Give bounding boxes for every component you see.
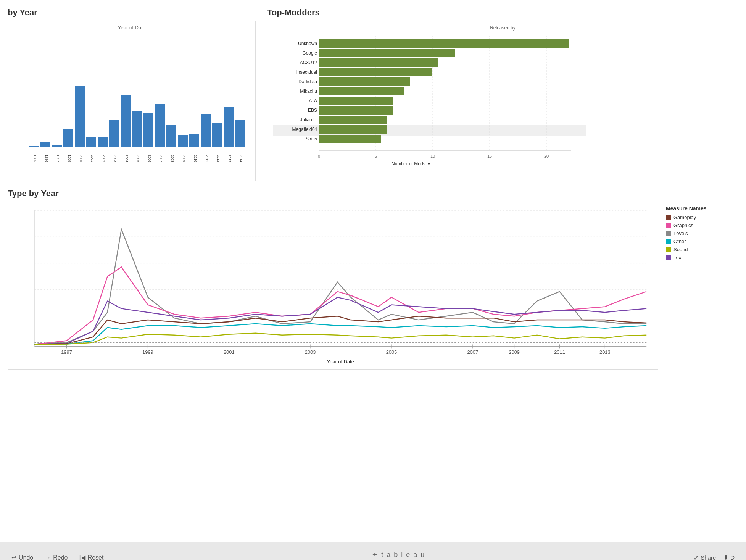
bar-1985: [29, 146, 39, 147]
bar-sirius: [319, 135, 381, 143]
download-icon: ⬇: [723, 554, 728, 560]
redo-arrow-icon: →: [45, 554, 51, 560]
bar-ac3u1: [319, 58, 438, 67]
tableau-logo: ✦ t a b l e a u: [366, 550, 432, 559]
download-button[interactable]: ⬇ D: [723, 554, 735, 560]
share-button[interactable]: ⤢ Share: [694, 554, 716, 560]
share-label: Share: [701, 554, 716, 560]
line-chart-wrapper: 1997 1999 2001 2003 2005 2007: [8, 202, 658, 370]
other-color-swatch: [666, 239, 671, 244]
bar-2003: [109, 120, 119, 147]
svg-text:2003: 2003: [113, 155, 117, 162]
svg-text:1999: 1999: [68, 155, 71, 162]
legend-item-other: Other: [666, 239, 735, 244]
graphics-color-swatch: [666, 223, 671, 228]
svg-text:1997: 1997: [61, 349, 72, 355]
bar-1997: [52, 145, 62, 147]
svg-text:2005: 2005: [136, 155, 140, 162]
undo-button[interactable]: ↩ Undo: [11, 554, 33, 560]
svg-text:AC3U1?: AC3U1?: [300, 60, 317, 65]
bar-mikachu: [319, 87, 404, 95]
graphics-line: [34, 267, 646, 345]
svg-text:2000: 2000: [79, 155, 83, 162]
gameplay-color-swatch: [666, 215, 671, 220]
bar-2000: [75, 86, 85, 147]
bar-unknown: [319, 39, 569, 48]
svg-text:2006: 2006: [148, 155, 151, 162]
share-icon: ⤢: [694, 554, 699, 560]
svg-text:2009: 2009: [182, 155, 186, 162]
bar-googie: [319, 49, 455, 57]
footer-left: ↩ Undo → Redo |◀ Reset: [11, 554, 103, 560]
legend-panel: Measure Names Gameplay Graphics Levels O…: [662, 202, 738, 370]
line-chart-svg: 1997 1999 2001 2003 2005 2007: [12, 206, 654, 366]
bar-2007: [155, 104, 165, 147]
svg-text:EBS: EBS: [308, 108, 317, 113]
svg-text:5: 5: [375, 154, 377, 158]
reset-icon: |◀: [79, 554, 85, 560]
bar-2006: [143, 113, 153, 147]
legend-label-text: Text: [673, 255, 683, 260]
text-color-swatch: [666, 255, 671, 260]
svg-text:Julian L.: Julian L.: [300, 117, 317, 123]
bar-julian: [319, 116, 387, 124]
svg-text:10: 10: [430, 154, 435, 158]
gameplay-line: [34, 316, 646, 344]
bar-2002: [98, 137, 108, 147]
legend-title: Measure Names: [666, 205, 735, 211]
by-year-chart-title: Year of Date: [12, 25, 251, 31]
footer-center: ✦ t a b l e a u 68 views | more by this …: [366, 550, 432, 560]
footer-right: ⤢ Share ⬇ D: [694, 554, 735, 560]
type-by-year-title: Type by Year: [8, 189, 738, 199]
svg-text:2003: 2003: [305, 349, 316, 355]
svg-text:2007: 2007: [467, 349, 478, 355]
svg-text:Unknown: Unknown: [298, 41, 317, 46]
bar-2010: [189, 134, 199, 147]
legend-label-sound: Sound: [673, 247, 688, 252]
svg-text:Mikachu: Mikachu: [300, 89, 317, 94]
sound-color-swatch: [666, 247, 671, 252]
svg-text:2001: 2001: [224, 349, 235, 355]
svg-text:2005: 2005: [386, 349, 397, 355]
svg-text:2009: 2009: [509, 349, 520, 355]
bar-2014: [235, 120, 245, 147]
reset-button[interactable]: |◀ Reset: [79, 554, 104, 560]
svg-text:0: 0: [318, 154, 320, 158]
svg-text:2010: 2010: [193, 155, 197, 162]
top-modders-svg: 0 5 10 15 20 Number of Mods ▼: [273, 32, 586, 174]
svg-text:Megafield64: Megafield64: [292, 127, 317, 132]
download-label: D: [730, 554, 735, 560]
bar-2004: [121, 95, 131, 147]
by-year-svg: 1985 1996 1997 1999 2000: [12, 32, 248, 174]
redo-button[interactable]: → Redo: [45, 554, 68, 560]
svg-text:Year of Date: Year of Date: [327, 359, 354, 365]
legend-label-other: Other: [673, 239, 686, 244]
svg-text:2004: 2004: [125, 155, 129, 162]
svg-text:2002: 2002: [102, 155, 106, 162]
levels-color-swatch: [666, 231, 671, 236]
legend-item-text: Text: [666, 255, 735, 260]
by-year-section: by Year Year of Date 1985 1996: [8, 8, 259, 181]
svg-text:Number of Mods ▼: Number of Mods ▼: [392, 161, 431, 166]
redo-label: Redo: [53, 554, 68, 560]
svg-text:ATA: ATA: [309, 98, 317, 103]
by-year-chart: Year of Date 1985 1996: [8, 21, 256, 181]
top-modders-title: Top-Modders: [267, 8, 738, 18]
svg-text:insectduel: insectduel: [296, 69, 317, 75]
svg-text:Sirius: Sirius: [306, 136, 317, 142]
legend-item-sound: Sound: [666, 247, 735, 252]
svg-text:Darkdata: Darkdata: [298, 79, 317, 84]
legend-label-levels: Levels: [673, 231, 688, 236]
svg-text:2011: 2011: [554, 349, 565, 355]
svg-text:1985: 1985: [33, 155, 37, 162]
bar-2011: [201, 114, 211, 147]
legend-item-gameplay: Gameplay: [666, 215, 735, 220]
bar-2001: [86, 137, 96, 147]
svg-text:Googie: Googie: [302, 50, 317, 56]
bar-1999: [63, 129, 73, 147]
bar-ebs: [319, 106, 393, 115]
line-chart-outer: 1997 1999 2001 2003 2005 2007: [8, 202, 738, 370]
svg-text:2014: 2014: [239, 155, 243, 162]
bar-2013: [224, 107, 234, 147]
svg-text:1996: 1996: [45, 155, 48, 162]
